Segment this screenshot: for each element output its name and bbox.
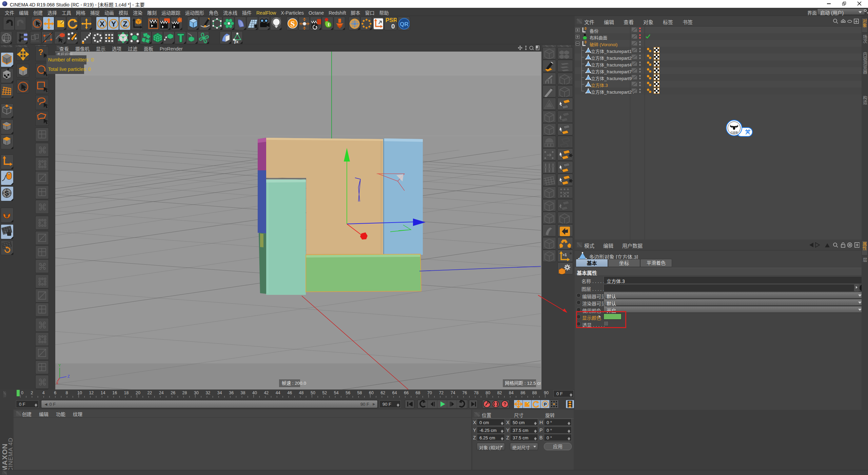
svg-text:4: 4 xyxy=(42,391,45,395)
svg-text:?: ? xyxy=(503,401,506,407)
svg-text:52: 52 xyxy=(322,391,327,395)
svg-text:44: 44 xyxy=(276,391,280,395)
svg-text:42: 42 xyxy=(264,391,269,395)
svg-text:76: 76 xyxy=(462,391,467,395)
svg-text:72: 72 xyxy=(439,391,443,395)
svg-text:16: 16 xyxy=(112,391,117,395)
svg-text:Z: Z xyxy=(67,374,70,378)
svg-text:24: 24 xyxy=(159,391,164,395)
svg-text:S: S xyxy=(5,190,9,197)
svg-text:74: 74 xyxy=(451,391,455,395)
svg-text:84: 84 xyxy=(509,391,514,395)
svg-text:20: 20 xyxy=(136,391,140,395)
svg-text:32: 32 xyxy=(205,391,210,395)
svg-text:12: 12 xyxy=(89,391,94,395)
svg-text:66: 66 xyxy=(404,391,409,395)
svg-text:帧速 : 200.0: 帧速 : 200.0 xyxy=(282,381,306,386)
svg-text:30: 30 xyxy=(194,391,199,395)
svg-text:62: 62 xyxy=(380,391,385,395)
svg-text:18: 18 xyxy=(124,391,129,395)
svg-text:2: 2 xyxy=(31,391,33,395)
svg-text:=1: =1 xyxy=(563,253,567,257)
svg-text:64: 64 xyxy=(392,391,397,395)
svg-text:14: 14 xyxy=(101,391,105,395)
svg-text:6: 6 xyxy=(54,391,56,395)
svg-text:0: 0 xyxy=(585,27,587,31)
svg-text:0: 0 xyxy=(585,40,587,44)
svg-text:Y: Y xyxy=(111,20,116,28)
svg-text:36: 36 xyxy=(229,391,234,395)
svg-text:0: 0 xyxy=(21,391,23,395)
svg-text:58: 58 xyxy=(357,391,362,395)
svg-text:网格间距 : 12.5 cm: 网格间距 : 12.5 cm xyxy=(505,381,541,386)
svg-text:QR: QR xyxy=(400,21,409,27)
svg-text:Y: Y xyxy=(58,363,61,367)
svg-text:X: X xyxy=(56,381,59,385)
svg-text:68: 68 xyxy=(416,391,420,395)
svg-text:56: 56 xyxy=(346,391,350,395)
svg-text:54: 54 xyxy=(334,391,339,395)
svg-text:fx: fx xyxy=(234,39,239,44)
svg-text:34: 34 xyxy=(217,391,222,395)
svg-text:70: 70 xyxy=(427,391,432,395)
svg-text:22: 22 xyxy=(147,391,152,395)
svg-text:40: 40 xyxy=(252,391,257,395)
svg-text:S: S xyxy=(290,19,295,28)
svg-text:46: 46 xyxy=(287,391,292,395)
svg-text:行走吧: 行走吧 xyxy=(731,131,738,134)
svg-text:80: 80 xyxy=(486,391,490,395)
svg-text:38: 38 xyxy=(241,391,245,395)
svg-text:86: 86 xyxy=(520,391,525,395)
svg-text:Z: Z xyxy=(123,20,127,28)
svg-text:88: 88 xyxy=(532,391,537,395)
svg-text:90: 90 xyxy=(544,391,549,395)
svg-text:50: 50 xyxy=(311,391,315,395)
svg-text:X: X xyxy=(100,20,105,28)
svg-text:78: 78 xyxy=(474,391,479,395)
svg-text:10: 10 xyxy=(77,391,82,395)
svg-text:P: P xyxy=(544,402,547,407)
svg-text:60: 60 xyxy=(369,391,374,395)
svg-text:8: 8 xyxy=(66,391,68,395)
svg-text:48: 48 xyxy=(299,391,304,395)
svg-text:28: 28 xyxy=(182,391,187,395)
svg-text:?: ? xyxy=(38,48,43,57)
svg-text:82: 82 xyxy=(497,391,502,395)
svg-text:26: 26 xyxy=(171,391,175,395)
